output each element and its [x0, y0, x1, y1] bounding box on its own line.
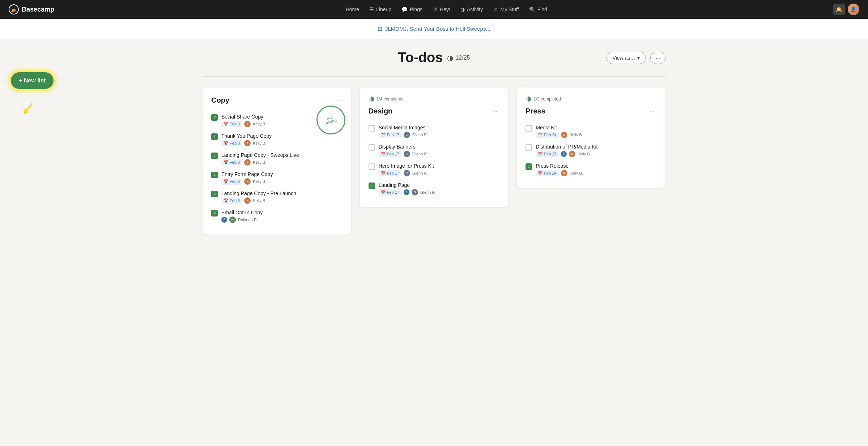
grid-icon: ⊞	[378, 25, 382, 32]
todo-item: ✓ Landing Page Copy - Pre Launch 📅 Feb 3…	[211, 188, 342, 207]
todo-item: ✓ Entry Form Page Copy 📅 Feb 3KKelly B.	[211, 168, 342, 188]
hey-icon: 🖥	[433, 7, 438, 12]
nav-home[interactable]: ⌂ Home	[336, 4, 363, 14]
todo-assignee-avatar: K	[244, 159, 251, 166]
todo-title: Email Opt-In Copy	[221, 210, 342, 215]
nav-activity[interactable]: ◑ Activity	[456, 4, 487, 14]
todo-checkbox-checked[interactable]: ✓	[211, 210, 218, 216]
todo-checkbox-unchecked[interactable]	[369, 163, 375, 170]
list-card-press: 1/3 completed Press ··· Media Kit 📅 Feb …	[517, 87, 665, 188]
list-options-button[interactable]: ···	[490, 107, 499, 115]
todo-content: Entry Form Page Copy 📅 Feb 3KKelly B.	[221, 171, 342, 185]
todo-due-date: 📅 Feb 3	[221, 140, 242, 146]
todo-content: Landing Page Copy - Sweeps Live 📅 Feb 3K…	[221, 152, 342, 166]
nav-hey[interactable]: 🖥 Hey!	[428, 4, 455, 14]
view-as-button[interactable]: View as… ▾	[607, 52, 646, 64]
todo-title: Landing Page	[379, 182, 500, 188]
todo-meta: 📅 Feb 17GGlenn P.	[379, 170, 500, 176]
todo-title: Landing Page Copy - Pre Launch	[221, 190, 342, 196]
todo-checkbox-unchecked[interactable]	[369, 125, 375, 132]
user-avatar[interactable]: 👤	[848, 4, 859, 15]
todo-meta: 📅 Feb 3KKelly B.	[221, 197, 342, 204]
todo-meta: 📅 Feb 24KKelly B.	[536, 170, 657, 176]
list-card-header: Design ···	[369, 107, 500, 115]
completion-row: 1/3 completed	[526, 96, 657, 102]
todo-checkbox-checked[interactable]: ✓	[211, 114, 218, 121]
todo-assignee-name: Kelly B.	[253, 160, 266, 164]
todo-checkbox-checked[interactable]: ✓	[211, 133, 218, 140]
completion-text: 1/4 completed	[376, 97, 404, 102]
todo-content: Social Media Images 📅 Feb 17GGlenn P.	[379, 125, 500, 138]
todo-due-date: 📅 Feb 24	[536, 132, 558, 138]
todo-item: Social Media Images 📅 Feb 17GGlenn P.	[369, 122, 500, 141]
notifications-bell[interactable]: 🔔	[833, 4, 845, 15]
todo-due-date: 📅 Feb 27	[536, 151, 558, 157]
todo-meta: 📅 Feb 24KKelly B.	[536, 132, 657, 138]
todo-content: Media Kit 📅 Feb 24KKelly B.	[536, 125, 657, 138]
todo-checkbox-checked[interactable]: ✓	[211, 191, 218, 197]
nav-find[interactable]: 🔍 Find	[525, 4, 552, 14]
chevron-down-icon: ▾	[637, 55, 640, 61]
more-options-button[interactable]: ···	[650, 52, 665, 64]
todo-checkbox-checked[interactable]: ✓	[369, 183, 375, 189]
todo-item: ✓ Landing Page 📅 Feb 174GGlenn P.	[369, 179, 500, 198]
todo-checkbox-checked[interactable]: ✓	[211, 172, 218, 178]
todo-assignee-name: Rolando R.	[238, 218, 258, 222]
todo-meta: 📅 Feb 17GGlenn P.	[379, 132, 500, 138]
completion-pie-icon	[369, 96, 374, 102]
list-options-button[interactable]: ···	[647, 107, 657, 115]
todo-due-date: 📅 Feb 3	[221, 179, 242, 185]
nav-right: 🔔 👤	[833, 4, 859, 15]
todo-due-date: 📅 Feb 3	[221, 121, 242, 127]
todo-assignee-avatar: G	[404, 170, 410, 176]
list-title-area: Copy	[211, 96, 229, 104]
nav-lineup[interactable]: ☰ Lineup	[365, 4, 396, 14]
todo-assignee-name: Kelly B.	[253, 198, 266, 203]
todo-content: Hero Image for Press Kit 📅 Feb 17GGlenn …	[379, 163, 500, 176]
page-title-area: To-dos ◑ 12/25	[398, 50, 470, 65]
basecamp-icon: ⛺	[9, 4, 19, 14]
list-title-area: Design	[369, 107, 393, 115]
brand-logo[interactable]: ⛺ Basecamp	[9, 4, 54, 14]
todo-due-date: 📅 Feb 17	[379, 170, 401, 176]
list-title: Design	[369, 107, 393, 115]
todo-item: Hero Image for Press Kit 📅 Feb 17GGlenn …	[369, 160, 500, 179]
nav-pings[interactable]: 💬 Pings	[397, 4, 427, 14]
progress-badge: ◑ 12/25	[447, 53, 470, 62]
page-title: To-dos	[398, 50, 443, 65]
todo-due-date: 📅 Feb 24	[536, 170, 558, 176]
page-header: To-dos ◑ 12/25 View as… ▾ ···	[203, 50, 665, 65]
home-icon: ⌂	[340, 7, 343, 12]
todo-meta: 📅 Feb 3KKelly B.	[221, 178, 342, 185]
todo-checkbox-unchecked[interactable]	[369, 144, 375, 151]
todo-title: Media Kit	[536, 125, 657, 130]
todo-item: ✓ Thank You Page Copy 📅 Feb 3KKelly B.	[211, 130, 342, 149]
list-title: Press	[526, 107, 545, 115]
top-nav: ⛺ Basecamp ⌂ Home ☰ Lineup 💬 Pings 🖥 Hey…	[0, 0, 868, 19]
lists-grid: Copy ··· ✓ Social Share Copy 📅 Feb 3KKel…	[203, 87, 665, 235]
todo-assignee-name: Glenn P.	[420, 190, 435, 194]
list-options-button[interactable]: ···	[333, 97, 342, 104]
todo-assignee-avatar: R	[229, 216, 236, 223]
todo-item: Distribution of PR/Media Kit 📅 Feb 272KK…	[526, 141, 657, 160]
list-card-header: Copy ···	[211, 96, 342, 104]
project-link[interactable]: ⊞ JLMDMJ: Send Your Boss to Hell Sweeps.…	[378, 25, 490, 32]
brand-name: Basecamp	[22, 6, 54, 13]
list-card-header: Press ···	[526, 107, 657, 115]
new-list-button[interactable]: + New list	[11, 72, 54, 89]
all-done-text: ALLDONE!	[324, 115, 337, 125]
todo-badge: 2	[561, 151, 567, 157]
nav-mystuff[interactable]: ☺ My Stuff	[489, 4, 523, 14]
todo-content: Distribution of PR/Media Kit 📅 Feb 272KK…	[536, 144, 657, 157]
todo-item: ✓ Landing Page Copy - Sweeps Live 📅 Feb …	[211, 149, 342, 168]
todo-checkbox-unchecked[interactable]	[526, 125, 532, 132]
divider	[203, 76, 665, 77]
todo-checkbox-unchecked[interactable]	[526, 144, 532, 151]
todo-badge: 4	[404, 189, 409, 195]
find-icon: 🔍	[529, 7, 535, 12]
todo-checkbox-checked[interactable]: ✓	[526, 163, 532, 170]
todo-checkbox-checked[interactable]: ✓	[211, 153, 218, 159]
todo-badge: 2	[221, 217, 227, 223]
pings-icon: 💬	[401, 7, 408, 12]
todo-assignee-avatar: K	[561, 170, 567, 176]
